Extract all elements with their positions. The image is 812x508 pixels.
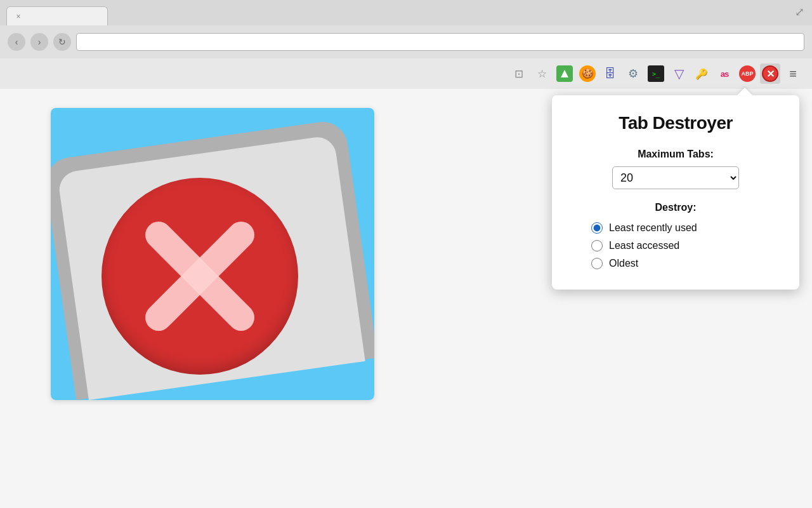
ext-db-icon[interactable]: 🗄	[600, 64, 620, 84]
ext-abp-inner: ABP	[739, 65, 756, 82]
radio-oldest[interactable]	[591, 258, 603, 269]
ext-tab-destroyer-button[interactable]: ✕	[760, 64, 780, 84]
radio-la-label: Least accessed	[609, 240, 679, 251]
browser-chrome: × ⤢ ‹ › ↻ ⊡ ☆ 🍪	[0, 0, 812, 89]
ext-gear-icon[interactable]: ⚙	[623, 64, 643, 84]
radio-lru[interactable]	[591, 222, 603, 234]
max-tabs-select-wrapper: 10 15 20 25 30 50 100	[572, 166, 779, 189]
toolbar: ⊡ ☆ 🍪 🗄 ⚙ >_ ▽	[0, 58, 812, 89]
tab-close-button[interactable]: ×	[13, 11, 23, 22]
icon-red-circle	[102, 178, 298, 375]
radio-la[interactable]	[591, 240, 603, 251]
ext-lastfm-icon[interactable]: as	[714, 64, 735, 84]
popup-title: Tab Destroyer	[572, 113, 779, 133]
ext-abp-icon[interactable]: ABP	[737, 64, 757, 84]
ext-terminal-inner: >_	[648, 65, 664, 82]
radio-item-la[interactable]: Least accessed	[591, 240, 779, 251]
expand-icon[interactable]: ⤢	[795, 5, 804, 19]
ext-terminal-icon[interactable]: >_	[646, 64, 666, 84]
tab-destroyer-popup: Tab Destroyer Maximum Tabs: 10 15 20 25 …	[552, 95, 799, 290]
destroy-label: Destroy:	[572, 202, 779, 213]
back-button[interactable]: ‹	[8, 33, 25, 51]
address-input[interactable]	[76, 33, 804, 51]
ext-green-icon[interactable]	[554, 64, 575, 84]
browser-tab[interactable]: ×	[6, 6, 108, 25]
refresh-button[interactable]: ↻	[53, 33, 71, 51]
app-icon-bg	[51, 108, 374, 400]
ext-tab-destroyer-inner: ✕	[762, 65, 778, 82]
ext-cookie-icon[interactable]: 🍪	[577, 64, 598, 84]
sync-icon[interactable]: ⊡	[509, 64, 529, 84]
page-content: Tab Destroyer Maximum Tabs: 10 15 20 25 …	[0, 89, 812, 508]
ext-funnel-icon[interactable]: ▽	[669, 64, 689, 84]
radio-oldest-label: Oldest	[609, 258, 638, 269]
ext-menu-icon[interactable]: ≡	[783, 64, 803, 84]
ext-cookie-inner: 🍪	[579, 65, 596, 82]
svg-marker-0	[561, 70, 568, 77]
address-bar-row: ‹ › ↻	[0, 25, 812, 58]
max-tabs-select[interactable]: 10 15 20 25 30 50 100	[612, 166, 739, 189]
bookmark-icon[interactable]: ☆	[532, 64, 552, 84]
app-icon-wrapper	[51, 108, 374, 400]
max-tabs-label: Maximum Tabs:	[572, 149, 779, 160]
radio-item-oldest[interactable]: Oldest	[591, 258, 779, 269]
ext-green-inner	[556, 65, 573, 82]
icon-x-mark	[136, 213, 263, 340]
radio-item-lru[interactable]: Least recently used	[591, 222, 779, 234]
ext-key-icon[interactable]: 🔑	[691, 64, 712, 84]
destroy-options-group: Least recently used Least accessed Oldes…	[572, 222, 779, 269]
tab-bar: × ⤢	[0, 0, 812, 25]
radio-lru-label: Least recently used	[609, 222, 697, 234]
forward-button[interactable]: ›	[30, 33, 48, 51]
